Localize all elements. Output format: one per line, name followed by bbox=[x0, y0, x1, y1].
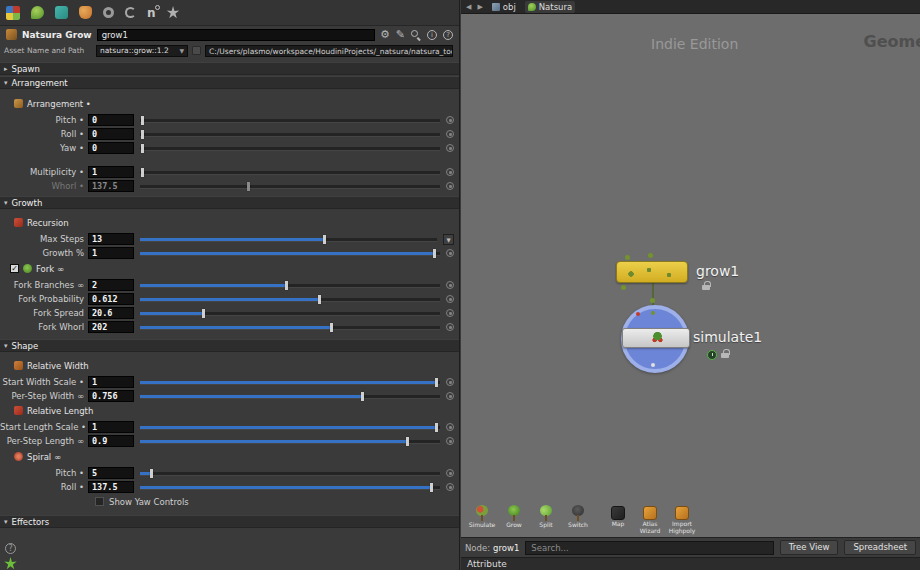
pane-help-icon[interactable] bbox=[5, 543, 16, 554]
param-value-field[interactable]: 0 bbox=[88, 114, 134, 126]
section-effectors[interactable]: Effectors bbox=[0, 515, 459, 528]
paint-tool-icon[interactable] bbox=[55, 6, 68, 19]
n-tool-icon[interactable] bbox=[147, 6, 156, 20]
param-slider[interactable] bbox=[140, 129, 440, 140]
param-value-field[interactable]: 2 bbox=[88, 279, 134, 291]
param-slider[interactable] bbox=[140, 248, 440, 259]
shelf-tool-split[interactable]: Split bbox=[531, 505, 561, 529]
shelf-tool-map[interactable]: Map bbox=[603, 505, 633, 528]
param-slider[interactable] bbox=[140, 468, 440, 479]
asset-name-dropdown[interactable]: natsura::grow::1.2 ▼ bbox=[96, 45, 188, 57]
show-yaw-checkbox[interactable] bbox=[95, 497, 104, 506]
shelf-tool-simulate[interactable]: Simulate bbox=[467, 505, 497, 529]
param-slider[interactable] bbox=[140, 436, 440, 447]
green-gear-icon[interactable] bbox=[4, 557, 17, 570]
palette-grid-icon[interactable] bbox=[6, 6, 20, 20]
input-dot[interactable] bbox=[636, 312, 640, 316]
param-jack-icon[interactable] bbox=[446, 130, 454, 138]
breadcrumb-obj[interactable]: obj bbox=[489, 1, 519, 13]
gear-star-icon[interactable] bbox=[167, 6, 180, 19]
node-field-value[interactable]: grow1 bbox=[493, 543, 519, 553]
param-value-field[interactable]: 202 bbox=[88, 321, 134, 333]
param-jack-icon[interactable] bbox=[446, 249, 454, 257]
input-dot[interactable] bbox=[651, 311, 655, 315]
breadcrumb-natsura[interactable]: Natsura bbox=[525, 1, 575, 13]
forward-icon[interactable]: ▶ bbox=[477, 3, 482, 11]
param-jack-icon[interactable] bbox=[446, 144, 454, 152]
param-jack-icon[interactable] bbox=[446, 392, 454, 400]
param-slider[interactable] bbox=[140, 143, 440, 154]
param-slider[interactable] bbox=[140, 482, 440, 493]
param-value-field[interactable]: 1 bbox=[88, 247, 134, 259]
param-value-field[interactable]: 5 bbox=[88, 467, 134, 479]
shelf-tool-switch[interactable]: Switch bbox=[563, 505, 593, 529]
section-spawn[interactable]: Spawn bbox=[0, 62, 459, 75]
param-value-field[interactable]: 1 bbox=[88, 421, 134, 433]
shelf-tool-atlas-wizard[interactable]: Atlas Wizard bbox=[635, 505, 665, 535]
ring-tool-icon[interactable] bbox=[103, 7, 114, 18]
network-canvas[interactable]: Indie Edition Geome grow1 simulate1 bbox=[461, 14, 920, 503]
param-value-field[interactable]: 13 bbox=[88, 233, 134, 245]
value-menu-icon[interactable] bbox=[443, 234, 454, 245]
input-dot[interactable] bbox=[625, 255, 630, 260]
spreadsheet-button[interactable]: Spreadsheet bbox=[844, 540, 916, 555]
section-growth[interactable]: Growth bbox=[0, 196, 459, 209]
section-shape[interactable]: Shape bbox=[0, 339, 459, 352]
param-slider[interactable] bbox=[140, 181, 440, 192]
param-slider[interactable] bbox=[140, 322, 440, 333]
param-slider[interactable] bbox=[140, 308, 440, 319]
shelf-tool-import-highpoly[interactable]: Import Highpoly bbox=[667, 505, 697, 535]
asset-link-icon[interactable] bbox=[192, 46, 201, 55]
fork-checkbox[interactable] bbox=[10, 264, 19, 273]
node-name-input[interactable]: grow1 bbox=[97, 29, 375, 41]
param-jack-icon[interactable] bbox=[446, 116, 454, 124]
param-value-field[interactable]: 0 bbox=[88, 142, 134, 154]
param-jack-icon[interactable] bbox=[446, 309, 454, 317]
param-jack-icon[interactable] bbox=[446, 423, 454, 431]
param-value-field[interactable]: 137.5 bbox=[88, 481, 134, 493]
param-jack-icon[interactable] bbox=[446, 378, 454, 386]
help-icon[interactable] bbox=[443, 30, 453, 40]
param-jack-icon[interactable] bbox=[446, 168, 454, 176]
shelf-tool-grow[interactable]: Grow bbox=[499, 505, 529, 529]
search-input[interactable] bbox=[525, 541, 774, 555]
param-value-field[interactable]: 0.9 bbox=[88, 435, 134, 447]
param-slider[interactable] bbox=[140, 391, 440, 402]
output-dot[interactable] bbox=[651, 363, 655, 367]
output-dot[interactable] bbox=[621, 285, 626, 290]
info-icon[interactable] bbox=[427, 30, 437, 40]
param-value-field[interactable]: 1 bbox=[88, 166, 134, 178]
section-arrangement[interactable]: Arrangement bbox=[0, 76, 459, 89]
param-slider[interactable] bbox=[140, 234, 437, 245]
search-icon[interactable] bbox=[411, 30, 421, 40]
leaf-tool-icon[interactable] bbox=[31, 6, 44, 19]
param-jack-icon[interactable] bbox=[446, 469, 454, 477]
param-slider[interactable] bbox=[140, 422, 440, 433]
param-slider[interactable] bbox=[140, 377, 440, 388]
input-dot[interactable] bbox=[648, 253, 653, 258]
param-value-field[interactable]: 0.612 bbox=[88, 293, 134, 305]
param-jack-icon[interactable] bbox=[446, 281, 454, 289]
param-jack-icon[interactable] bbox=[446, 182, 454, 190]
param-slider[interactable] bbox=[140, 167, 440, 178]
param-jack-icon[interactable] bbox=[446, 295, 454, 303]
refresh-icon[interactable] bbox=[125, 7, 136, 18]
param-jack-icon[interactable] bbox=[446, 437, 454, 445]
param-value-field[interactable]: 0 bbox=[88, 128, 134, 140]
param-value-field[interactable]: 1 bbox=[88, 376, 134, 388]
param-jack-icon[interactable] bbox=[446, 483, 454, 491]
tree-view-button[interactable]: Tree View bbox=[780, 540, 839, 555]
param-slider[interactable] bbox=[140, 115, 440, 126]
param-slider[interactable] bbox=[140, 280, 440, 291]
param-slider[interactable] bbox=[140, 294, 440, 305]
node-simulate1[interactable] bbox=[622, 328, 690, 348]
param-jack-icon[interactable] bbox=[446, 323, 454, 331]
back-icon[interactable]: ◀ bbox=[466, 3, 471, 11]
gear-menu-icon[interactable]: ⚙ bbox=[380, 29, 390, 41]
asset-path-field[interactable]: C:/Users/plasmo/workspace/HoudiniProject… bbox=[205, 45, 453, 57]
brush-icon[interactable]: ✎ bbox=[396, 29, 405, 41]
param-value-field[interactable]: 0.756 bbox=[88, 390, 134, 402]
hand-tool-icon[interactable] bbox=[79, 6, 92, 19]
node-grow1[interactable] bbox=[616, 261, 688, 283]
param-value-field[interactable]: 137.5 bbox=[88, 180, 134, 192]
